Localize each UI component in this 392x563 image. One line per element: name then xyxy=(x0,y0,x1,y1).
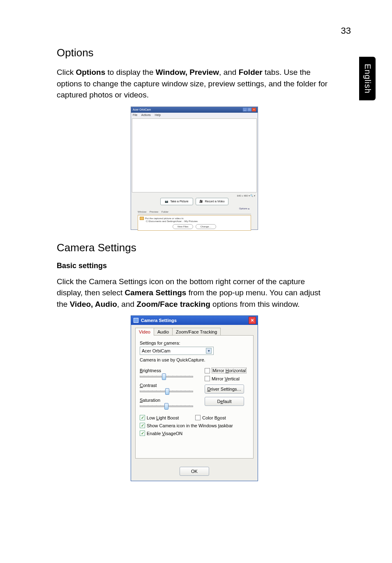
page-content: Options Click Options to display the Win… xyxy=(57,46,332,481)
camera-settings-paragraph: Click the Camera Settings icon on the bo… xyxy=(57,276,332,310)
window-titlebar: Acer OrbiCam _ □ × xyxy=(131,107,258,113)
tab-video[interactable]: Video xyxy=(135,328,154,336)
text: to display the xyxy=(105,68,156,76)
mirror-horizontal-checkbox[interactable]: ✓ Mirror Horizontal xyxy=(205,368,247,373)
settings-for-camera-label: Settings for camera: xyxy=(140,341,249,345)
tab-folder[interactable]: Folder xyxy=(161,211,168,213)
enable-visageon-label: Enable VisageON xyxy=(147,431,182,436)
lower-checkboxes: ✓ Low Light Boost ✓ Color Boost ✓ Show C… xyxy=(140,415,249,436)
camera-preview-area xyxy=(132,118,257,192)
low-light-boost-checkbox[interactable]: ✓ Low Light Boost xyxy=(140,415,179,420)
language-tab-label: English xyxy=(363,64,372,94)
color-boost-checkbox[interactable]: ✓ Color Boost xyxy=(195,415,226,420)
folder-buttons: View Files Change… xyxy=(140,224,249,229)
color-boost-label: Color Boost xyxy=(202,415,226,420)
dialog-footer: OK xyxy=(131,463,258,481)
default-button[interactable]: Default xyxy=(205,397,244,406)
close-button[interactable]: × xyxy=(249,317,256,324)
dropdown-arrow-icon: ▾ xyxy=(206,348,212,354)
low-light-boost-label: Low Light Boost xyxy=(147,415,179,420)
language-tab: English xyxy=(359,57,376,100)
dialog-body: Video Audio Zoom/Face Tracking Settings … xyxy=(131,325,258,463)
text: Click xyxy=(57,68,76,76)
text-bold: Folder xyxy=(239,68,263,76)
view-files-button[interactable]: View Files xyxy=(173,224,193,229)
screenshot-camera-settings-dialog: Camera Settings × Video Audio Zoom/Face … xyxy=(131,315,258,481)
slider-thumb[interactable] xyxy=(164,403,168,410)
dialog-titlebar: Camera Settings × xyxy=(131,316,258,325)
label: Record a Video xyxy=(205,200,224,203)
menu-bar: File Actions Help xyxy=(131,113,258,118)
text: , and xyxy=(219,68,239,76)
capture-buttons-row: 📷 Take a Picture 🎥 Record a Video xyxy=(131,198,258,205)
folder-caption: Put the captured picture or video in: xyxy=(140,217,249,220)
take-picture-button[interactable]: 📷 Take a Picture xyxy=(160,198,193,205)
video-icon: 🎥 xyxy=(199,200,203,203)
checkbox-icon: ✓ xyxy=(140,415,145,420)
camera-settings-heading: Camera Settings xyxy=(57,241,332,254)
slider-thumb[interactable] xyxy=(162,373,166,380)
folder-panel: Put the captured picture or video in: C:… xyxy=(138,215,251,231)
video-panel: Settings for camera: Acer OrbiCam ▾ Came… xyxy=(135,335,254,459)
camera-title-icon xyxy=(134,318,138,323)
text-bold: Camera Settings xyxy=(125,288,186,297)
screenshot-orbicam-window: Acer OrbiCam _ □ × File Actions Help 640… xyxy=(131,107,258,230)
checkbox-icon: ✓ xyxy=(140,423,145,428)
folder-path: C:\Documents and Settings\Acer…\My Pictu… xyxy=(140,220,249,222)
maximize-button[interactable]: □ xyxy=(247,108,251,111)
minimize-button[interactable]: _ xyxy=(243,108,247,111)
checkbox-icon: ✓ xyxy=(140,431,145,436)
close-button[interactable]: × xyxy=(252,108,256,111)
text: options from this window. xyxy=(210,300,300,308)
tab-preview[interactable]: Preview xyxy=(150,211,158,213)
brightness-slider[interactable] xyxy=(140,375,193,377)
camera-in-use-label: Camera in use by QuickCapture. xyxy=(140,357,249,362)
menu-help[interactable]: Help xyxy=(155,114,161,116)
checkbox-icon: ✓ xyxy=(195,415,201,420)
mirror-horizontal-label: Mirror Horizontal xyxy=(212,368,247,373)
camera-select-value: Acer OrbiCam xyxy=(142,348,171,353)
label: Take a Picture xyxy=(170,200,188,203)
camera-select[interactable]: Acer OrbiCam ▾ xyxy=(140,347,214,355)
basic-settings-subheading: Basic settings xyxy=(57,262,332,270)
text: , and xyxy=(117,300,137,308)
enable-visageon-checkbox[interactable]: ✓ Enable VisageON xyxy=(140,431,249,436)
text-bold: Video, Audio xyxy=(70,300,117,308)
page-number: 33 xyxy=(341,25,351,36)
text-bold: Window, Preview xyxy=(156,68,219,76)
camera-icon: 📷 xyxy=(165,200,168,203)
ok-button[interactable]: OK xyxy=(180,467,209,476)
contrast-slider[interactable] xyxy=(140,390,193,392)
record-video-button[interactable]: 🎥 Record a Video xyxy=(196,198,228,205)
options-toggle-link[interactable]: Options ▴ xyxy=(131,205,258,211)
tab-zoom-face-tracking[interactable]: Zoom/Face Tracking xyxy=(172,328,221,336)
window-title: Acer OrbiCam xyxy=(133,108,151,111)
show-camera-icon-checkbox[interactable]: ✓ Show Camera icon in the Windows taskba… xyxy=(140,423,249,428)
options-tabs: Window Preview Folder xyxy=(138,211,251,214)
right-column: ✓ Mirror Horizontal ✓ Mirror Vertical Dr… xyxy=(205,368,247,406)
label: Put the captured picture or video in: xyxy=(145,217,184,219)
window-buttons: _ □ × xyxy=(243,108,256,111)
options-paragraph: Click Options to display the Window, Pre… xyxy=(57,67,332,101)
tab-audio[interactable]: Audio xyxy=(154,328,173,336)
saturation-slider[interactable] xyxy=(140,405,193,407)
dialog-title: Camera Settings xyxy=(141,318,177,323)
change-folder-button[interactable]: Change… xyxy=(196,224,216,229)
mirror-vertical-checkbox[interactable]: ✓ Mirror Vertical xyxy=(205,376,247,381)
menu-file[interactable]: File xyxy=(133,114,137,116)
status-resolution: 640 x 480 ▾ 🔍 ▾ xyxy=(131,193,258,197)
folder-icon xyxy=(140,217,144,220)
settings-tabs: Video Audio Zoom/Face Tracking xyxy=(135,327,254,335)
tab-window[interactable]: Window xyxy=(138,211,146,213)
mirror-vertical-label: Mirror Vertical xyxy=(212,376,240,381)
menu-actions[interactable]: Actions xyxy=(141,114,151,116)
checkbox-icon: ✓ xyxy=(205,368,210,373)
text-bold: Options xyxy=(76,68,105,76)
slider-thumb[interactable] xyxy=(165,388,169,395)
text-bold: Zoom/Face tracking xyxy=(136,300,210,308)
checkbox-icon: ✓ xyxy=(205,376,210,381)
driver-settings-button[interactable]: Driver Settings… xyxy=(205,385,244,394)
show-camera-icon-label: Show Camera icon in the Windows taskbar xyxy=(147,423,233,428)
options-heading: Options xyxy=(57,46,332,59)
